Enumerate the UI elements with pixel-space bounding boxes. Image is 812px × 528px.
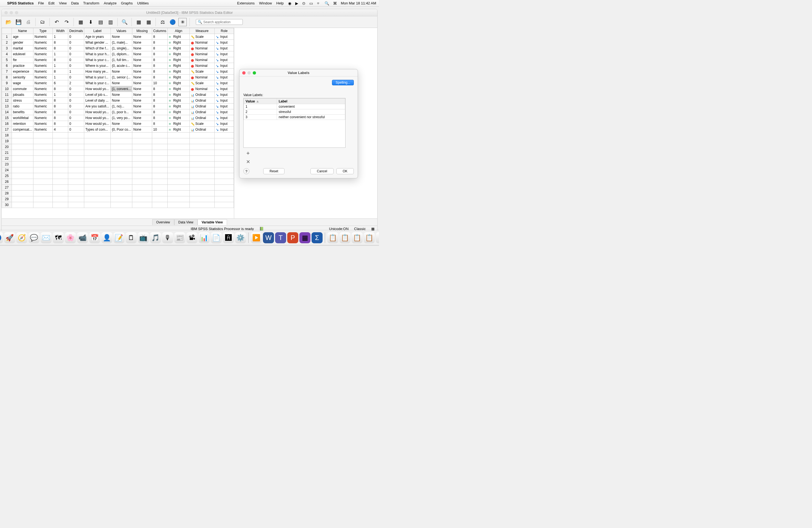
- menu-extensions[interactable]: Extensions: [237, 1, 255, 5]
- col-missing[interactable]: Missing: [132, 28, 152, 34]
- maps-icon[interactable]: 🗺: [53, 232, 64, 243]
- row-header[interactable]: 30: [2, 202, 12, 208]
- label-cell[interactable]: neither convenient nor stressful: [277, 115, 345, 120]
- variable-row[interactable]: 11jobsatisNumeric10Level of job s...None…: [2, 92, 234, 98]
- cell-decimals[interactable]: 0: [68, 104, 84, 109]
- cell-values[interactable]: {1, no}...: [111, 104, 132, 109]
- cell-decimals[interactable]: 0: [68, 127, 84, 133]
- empty-row[interactable]: 24: [2, 167, 234, 173]
- powerpoint-icon[interactable]: P: [287, 232, 298, 243]
- screenrec-icon[interactable]: ▶: [295, 1, 298, 5]
- row-header[interactable]: 5: [2, 57, 12, 63]
- cell-missing[interactable]: None: [132, 92, 152, 98]
- cell-role[interactable]: Input: [215, 34, 234, 40]
- variable-row[interactable]: 10commuteNumeric80How would yo...{1, con…: [2, 86, 234, 92]
- cell-columns[interactable]: 8: [152, 52, 168, 57]
- value-label-row[interactable]: 1convenient: [244, 104, 345, 109]
- variable-row[interactable]: 3maritalNumeric80Which of the f...{1, si…: [2, 46, 234, 52]
- spss-icon[interactable]: Σ: [311, 232, 323, 243]
- cell-values[interactable]: {1, poor b...: [111, 109, 132, 115]
- menu-file[interactable]: File: [38, 1, 44, 5]
- col-value[interactable]: Value ▲: [244, 99, 277, 104]
- col-width[interactable]: Width: [53, 28, 68, 34]
- cell-align[interactable]: Right: [168, 109, 190, 115]
- cell-missing[interactable]: None: [132, 57, 152, 63]
- play-icon[interactable]: ⊙: [302, 1, 305, 5]
- empty-row[interactable]: 27: [2, 185, 234, 191]
- cell-label[interactable]: How many ye...: [84, 69, 111, 75]
- cell-label[interactable]: How would yo...: [84, 86, 111, 92]
- cell-label[interactable]: What is your l...: [84, 75, 111, 80]
- cell-type[interactable]: Numeric: [33, 46, 53, 52]
- cell-columns[interactable]: 8: [152, 115, 168, 121]
- cell-columns[interactable]: 8: [152, 46, 168, 52]
- cell-align[interactable]: Right: [168, 92, 190, 98]
- cell-name[interactable]: worklifebal: [12, 115, 33, 121]
- cell-measure[interactable]: Scale: [190, 121, 215, 127]
- cell-width[interactable]: 1: [53, 75, 68, 80]
- cell-width[interactable]: 6: [53, 80, 68, 86]
- cell-align[interactable]: Right: [168, 57, 190, 63]
- empty-row[interactable]: 20: [2, 144, 234, 150]
- cell-type[interactable]: Numeric: [33, 127, 53, 133]
- cell-decimals[interactable]: 0: [68, 52, 84, 57]
- cell-missing[interactable]: None: [132, 109, 152, 115]
- remove-value-icon[interactable]: ✕: [245, 159, 251, 165]
- cell-values[interactable]: {1, full tim...: [111, 57, 132, 63]
- row-header[interactable]: 23: [2, 162, 12, 167]
- cell-decimals[interactable]: 0: [68, 46, 84, 52]
- row-header[interactable]: 7: [2, 69, 12, 75]
- cell-type[interactable]: Numeric: [33, 80, 53, 86]
- cell-role[interactable]: Input: [215, 40, 234, 46]
- tv-icon[interactable]: 📺: [138, 232, 149, 243]
- undo-icon[interactable]: ↶: [53, 18, 61, 26]
- empty-row[interactable]: 28: [2, 191, 234, 196]
- cell-missing[interactable]: None: [132, 69, 152, 75]
- add-value-icon[interactable]: ＋: [245, 150, 251, 156]
- help-button[interactable]: ?: [243, 168, 249, 174]
- weight-cases-icon[interactable]: ▦: [144, 18, 153, 26]
- variable-row[interactable]: 4edulevelNumeric10What is your h...{1, d…: [2, 52, 234, 57]
- variable-row[interactable]: 17compensat...Numeric40Types of com...{0…: [2, 127, 234, 133]
- cell-align[interactable]: Right: [168, 40, 190, 46]
- cell-values[interactable]: None: [111, 98, 132, 104]
- cell-measure[interactable]: Ordinal: [190, 127, 215, 133]
- row-header[interactable]: 9: [2, 80, 12, 86]
- cell-decimals[interactable]: 0: [68, 40, 84, 46]
- youtube-icon[interactable]: ▶️: [251, 232, 262, 243]
- cell-role[interactable]: Input: [215, 98, 234, 104]
- row-header[interactable]: 21: [2, 150, 12, 156]
- value-cell[interactable]: 3: [244, 115, 277, 120]
- open-icon[interactable]: 📂: [4, 18, 13, 26]
- menu-help[interactable]: Help: [276, 1, 284, 5]
- cell-align[interactable]: Right: [168, 121, 190, 127]
- cell-measure[interactable]: Nominal: [190, 63, 215, 69]
- value-labels-icon[interactable]: 🔵: [169, 18, 177, 26]
- cell-measure[interactable]: Ordinal: [190, 92, 215, 98]
- trash-icon[interactable]: 🗑: [376, 232, 379, 243]
- keynote-icon[interactable]: 📽: [186, 232, 198, 243]
- pages-icon[interactable]: 📄: [211, 232, 222, 243]
- cell-decimals[interactable]: 0: [68, 121, 84, 127]
- messages-icon[interactable]: 💬: [28, 232, 40, 243]
- teams-icon[interactable]: T: [275, 232, 286, 243]
- cell-name[interactable]: benefits: [12, 109, 33, 115]
- app-name[interactable]: SPSS Statistics: [7, 1, 34, 5]
- cell-width[interactable]: 1: [53, 34, 68, 40]
- cell-values[interactable]: None: [111, 92, 132, 98]
- variable-row[interactable]: 15worklifebalNumeric80How would yo...{1,…: [2, 115, 234, 121]
- row-header[interactable]: 24: [2, 167, 12, 173]
- notes-icon[interactable]: 🗒: [126, 232, 137, 243]
- cell-missing[interactable]: None: [132, 98, 152, 104]
- cell-align[interactable]: Right: [168, 127, 190, 133]
- menubar-datetime[interactable]: Mon Mar 18 11:42 AM: [341, 1, 376, 5]
- menu-graphs[interactable]: Graphs: [121, 1, 133, 5]
- run-descriptives-icon[interactable]: ▥: [106, 18, 115, 26]
- cell-missing[interactable]: None: [132, 115, 152, 121]
- cell-measure[interactable]: Ordinal: [190, 109, 215, 115]
- menu-utilities[interactable]: Utilities: [137, 1, 149, 5]
- cell-align[interactable]: Right: [168, 69, 190, 75]
- doc2-icon[interactable]: 📋: [339, 232, 350, 243]
- appstore-icon[interactable]: 🅰: [223, 232, 234, 243]
- cell-role[interactable]: Input: [215, 80, 234, 86]
